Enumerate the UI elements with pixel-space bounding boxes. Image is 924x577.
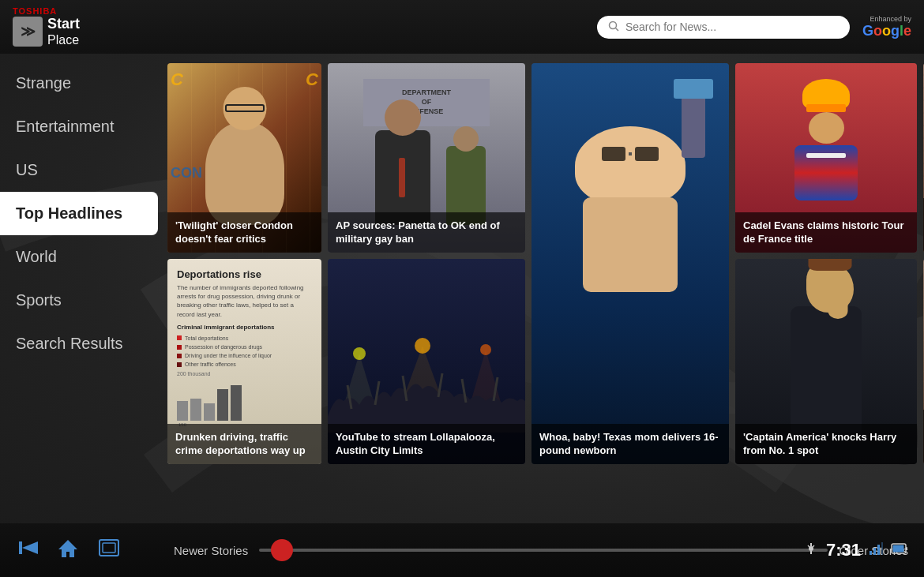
story-slider-track[interactable] [259, 549, 828, 552]
brand-label: TOSHIBA [13, 6, 57, 16]
logo-line1: Start [47, 16, 80, 33]
svg-rect-30 [893, 545, 904, 553]
news-card-twilight[interactable]: C C CON 'Twilight' closer Condon doesn't… [167, 63, 321, 253]
logo-chevrons-icon: ≫ [13, 17, 43, 47]
svg-rect-27 [881, 542, 883, 555]
story-nav: Newer Stories Older Stories [174, 544, 908, 557]
sidebar-item-sports[interactable]: Sports [0, 279, 158, 322]
time-display: 7:31 [826, 540, 861, 560]
bar-chart [177, 381, 312, 421]
card-baby-caption: Whoa, baby! Texas mom delivers 16-pound … [531, 424, 729, 464]
signal-icon [869, 541, 883, 559]
news-card-evans[interactable]: Cadel Evans claims historic Tour de Fran… [735, 63, 917, 253]
news-grid: C C CON 'Twilight' closer Condon doesn't… [167, 63, 915, 464]
svg-line-1 [615, 28, 618, 31]
battery-icon [891, 541, 908, 559]
svg-rect-15 [19, 541, 22, 554]
svg-marker-14 [22, 541, 38, 554]
search-area: Enhanced by Google [597, 15, 911, 39]
enhanced-by-label: Enhanced by [870, 15, 911, 23]
newer-stories-label: Newer Stories [174, 544, 248, 557]
google-badge: Enhanced by Google [862, 15, 911, 39]
svg-rect-29 [906, 547, 907, 550]
sidebar-item-top-headlines[interactable]: Top Headlines [0, 192, 158, 235]
sidebar-item-us[interactable]: US [0, 148, 158, 192]
news-card-captain[interactable]: 'Captain America' knocks Harry from No. … [735, 259, 917, 464]
header: TOSHIBA ≫ Start Place Enhanced by Google [0, 0, 924, 54]
svg-rect-25 [873, 548, 876, 555]
card-deportations-caption: Drunken driving, traffic crime deportati… [167, 424, 321, 464]
news-card-panetta[interactable]: DEPARTMENTOFDEFENSE AP sources: Panetta … [328, 63, 525, 253]
logo-line2: Place [47, 32, 80, 47]
search-icon [608, 21, 619, 34]
home-button[interactable] [57, 537, 79, 564]
svg-marker-16 [58, 540, 77, 557]
svg-point-0 [609, 21, 616, 28]
news-card-lollapalooza[interactable]: YouTube to stream Lollapalooza, Austin C… [328, 259, 525, 464]
svg-rect-24 [870, 551, 872, 555]
main-content: C C CON 'Twilight' closer Condon doesn't… [158, 54, 924, 523]
usb-icon [804, 541, 818, 559]
news-card-baby[interactable]: Whoa, baby! Texas mom delivers 16-pound … [531, 63, 729, 464]
logo-area: TOSHIBA ≫ Start Place [13, 6, 80, 48]
story-slider-thumb[interactable] [271, 539, 293, 561]
logo-icon: ≫ Start Place [13, 16, 80, 48]
card-twilight-caption: 'Twilight' closer Condon doesn't fear cr… [167, 212, 321, 253]
google-label: Google [862, 23, 911, 39]
logo-text: Start Place [47, 16, 80, 48]
android-nav [16, 537, 120, 564]
search-box[interactable] [597, 16, 850, 39]
deport-title: Deportations rise [177, 268, 312, 280]
sidebar-item-strange[interactable]: Strange [0, 62, 158, 105]
card-lollapalooza-caption: YouTube to stream Lollapalooza, Austin C… [328, 424, 525, 464]
sidebar-item-search-results[interactable]: Search Results [0, 322, 158, 365]
news-card-deportations[interactable]: Deportations rise The number of immigran… [167, 259, 321, 464]
svg-rect-26 [877, 545, 880, 555]
search-input[interactable] [625, 21, 839, 33]
deport-legend: Total deportations Possession of dangero… [177, 334, 312, 369]
sidebar: Strange Entertainment US Top Headlines W… [0, 54, 158, 523]
svg-rect-18 [103, 543, 115, 553]
card-evans-caption: Cadel Evans claims historic Tour de Fran… [735, 212, 917, 253]
deport-body: The number of immigrants deported follow… [177, 283, 312, 319]
sidebar-item-entertainment[interactable]: Entertainment [0, 105, 158, 148]
card-captain-caption: 'Captain America' knocks Harry from No. … [735, 424, 917, 464]
back-button[interactable] [16, 537, 38, 564]
sidebar-item-world[interactable]: World [0, 235, 158, 279]
deport-chart-title: Criminal immigrant deportations [177, 324, 312, 331]
apps-button[interactable] [98, 537, 120, 564]
system-tray: 7:31 [804, 540, 908, 560]
bottom-bar: Newer Stories Older Stories 7:31 [0, 523, 924, 577]
card-panetta-caption: AP sources: Panetta to OK end of militar… [328, 212, 525, 253]
